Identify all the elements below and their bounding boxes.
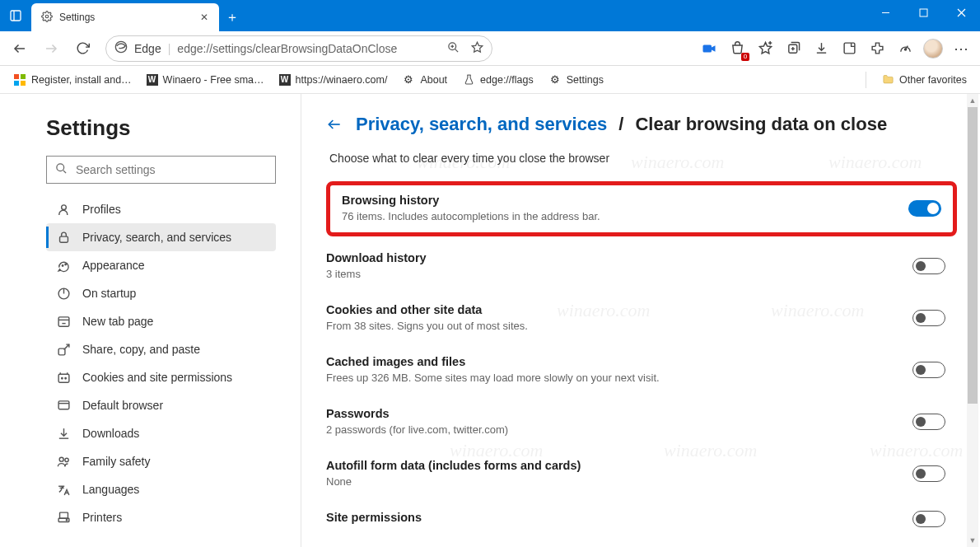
option-title: Download history bbox=[326, 251, 912, 264]
w-icon: W bbox=[147, 74, 158, 86]
nav-label: Family safety bbox=[82, 455, 150, 468]
breadcrumb-parent-link[interactable]: Privacy, search, and services bbox=[356, 114, 607, 135]
nav-icon bbox=[56, 286, 71, 301]
nav-icon bbox=[56, 230, 71, 245]
bookmarks-bar: Register, install and… WWinaero - Free s… bbox=[0, 66, 980, 94]
toggle-switch[interactable] bbox=[908, 200, 941, 217]
sidebar-item[interactable]: Family safety bbox=[46, 447, 276, 475]
toggle-switch[interactable] bbox=[912, 362, 945, 378]
maximize-button[interactable] bbox=[904, 0, 942, 25]
nav-icon bbox=[56, 258, 71, 273]
toggle-switch[interactable] bbox=[912, 414, 945, 430]
bookmark-item[interactable]: ⚙About bbox=[397, 71, 452, 89]
tab-actions-icon[interactable] bbox=[0, 0, 31, 31]
sidebar-item[interactable]: Languages bbox=[46, 475, 276, 503]
svg-point-34 bbox=[61, 204, 66, 209]
address-identity: Edge bbox=[134, 42, 161, 55]
clear-data-option: Autofill form data (includes forms and c… bbox=[326, 447, 957, 499]
svg-rect-49 bbox=[58, 400, 69, 409]
nav-icon bbox=[56, 426, 71, 441]
webcapture-icon[interactable] bbox=[835, 35, 863, 63]
nav-label: Appearance bbox=[82, 259, 145, 272]
back-button[interactable] bbox=[5, 35, 35, 63]
extensions-icon[interactable] bbox=[863, 35, 891, 63]
search-input[interactable] bbox=[76, 163, 267, 176]
search-settings-box[interactable] bbox=[46, 156, 276, 184]
clear-data-option: Cookies and other site dataFrom 38 sites… bbox=[326, 292, 957, 344]
sidebar-item[interactable]: Profiles bbox=[46, 195, 276, 223]
bookmark-item[interactable]: edge://flags bbox=[457, 71, 539, 89]
browser-tab[interactable]: Settings ✕ bbox=[31, 3, 219, 31]
scroll-up-icon[interactable]: ▲ bbox=[967, 94, 978, 107]
performance-icon[interactable] bbox=[891, 35, 919, 63]
svg-marker-16 bbox=[712, 45, 716, 52]
favorites-icon[interactable] bbox=[751, 35, 779, 63]
option-title: Autofill form data (includes forms and c… bbox=[326, 459, 912, 472]
option-subtitle: 2 passwords (for live.com, twitter.com) bbox=[326, 423, 912, 436]
new-tab-button[interactable]: ＋ bbox=[219, 3, 245, 31]
toggle-switch[interactable] bbox=[912, 465, 945, 482]
sidebar-item[interactable]: New tab page bbox=[46, 307, 276, 335]
close-window-button[interactable] bbox=[942, 0, 980, 25]
svg-point-26 bbox=[904, 49, 906, 50]
sidebar-item[interactable]: Privacy, search, and services bbox=[46, 223, 276, 251]
folder-icon bbox=[881, 73, 894, 86]
collections-icon[interactable] bbox=[779, 35, 807, 63]
svg-line-11 bbox=[455, 49, 458, 52]
toggle-switch[interactable] bbox=[912, 310, 945, 326]
svg-rect-29 bbox=[14, 81, 19, 86]
gear-icon: ⚙ bbox=[548, 73, 562, 86]
sidebar-item[interactable]: Share, copy, and paste bbox=[46, 335, 276, 363]
option-title: Passwords bbox=[326, 407, 912, 420]
option-subtitle: 76 items. Includes autocompletions in th… bbox=[342, 210, 908, 222]
scrollbar[interactable]: ▲ ▼ bbox=[967, 94, 978, 547]
nav-label: Privacy, search, and services bbox=[82, 231, 231, 244]
option-subtitle: From 38 sites. Signs you out of most sit… bbox=[326, 320, 912, 332]
nav-icon bbox=[56, 454, 71, 469]
minimize-button[interactable] bbox=[866, 0, 904, 25]
sidebar-item[interactable]: Downloads bbox=[46, 419, 276, 447]
refresh-button[interactable] bbox=[68, 35, 97, 63]
bookmark-item[interactable]: ⚙Settings bbox=[544, 71, 609, 89]
video-icon[interactable] bbox=[695, 35, 723, 63]
shopping-icon[interactable] bbox=[723, 35, 751, 63]
bookmark-item[interactable]: Register, install and… bbox=[8, 71, 137, 89]
bookmark-item[interactable]: WWinaero - Free sma… bbox=[142, 72, 269, 88]
more-menu-button[interactable]: ⋯ bbox=[947, 35, 975, 63]
nav-icon bbox=[56, 314, 71, 329]
svg-point-53 bbox=[64, 458, 68, 461]
option-subtitle: 3 items bbox=[326, 268, 912, 280]
toggle-switch[interactable] bbox=[912, 258, 945, 274]
scroll-down-icon[interactable]: ▼ bbox=[967, 534, 978, 547]
sidebar-item[interactable]: Default browser bbox=[46, 391, 276, 419]
other-favorites[interactable]: Other favorites bbox=[876, 71, 972, 89]
zoom-icon[interactable] bbox=[447, 41, 460, 56]
forward-button[interactable] bbox=[36, 35, 66, 63]
scroll-thumb[interactable] bbox=[968, 107, 978, 404]
sidebar-item[interactable]: Printers bbox=[46, 503, 276, 531]
address-bar[interactable]: Edge | edge://settings/clearBrowsingData… bbox=[105, 35, 492, 62]
close-tab-button[interactable]: ✕ bbox=[198, 11, 211, 24]
bookmark-item[interactable]: Whttps://winaero.com/ bbox=[274, 72, 393, 88]
sidebar-item[interactable]: Cookies and site permissions bbox=[46, 363, 276, 391]
profile-avatar[interactable] bbox=[919, 35, 947, 63]
nav-icon bbox=[56, 202, 71, 217]
svg-rect-0 bbox=[11, 11, 21, 21]
nav-label: Languages bbox=[82, 483, 139, 496]
toggle-switch[interactable] bbox=[912, 511, 945, 527]
favorite-star-icon[interactable] bbox=[471, 41, 483, 56]
page-description: Choose what to clear every time you clos… bbox=[329, 152, 957, 165]
downloads-icon[interactable] bbox=[807, 35, 835, 63]
nav-label: On startup bbox=[82, 287, 136, 300]
search-icon bbox=[55, 162, 68, 178]
clear-data-option: Cached images and filesFrees up 326 MB. … bbox=[326, 344, 957, 395]
browser-toolbar: Edge | edge://settings/clearBrowsingData… bbox=[0, 31, 980, 66]
svg-point-37 bbox=[64, 264, 65, 264]
flask-icon bbox=[462, 73, 475, 86]
back-arrow-icon[interactable] bbox=[326, 116, 344, 133]
svg-line-33 bbox=[63, 171, 66, 173]
svg-rect-35 bbox=[59, 236, 68, 242]
sidebar-item[interactable]: On startup bbox=[46, 279, 276, 307]
sidebar-item[interactable]: Appearance bbox=[46, 251, 276, 279]
nav-label: Default browser bbox=[82, 399, 163, 412]
